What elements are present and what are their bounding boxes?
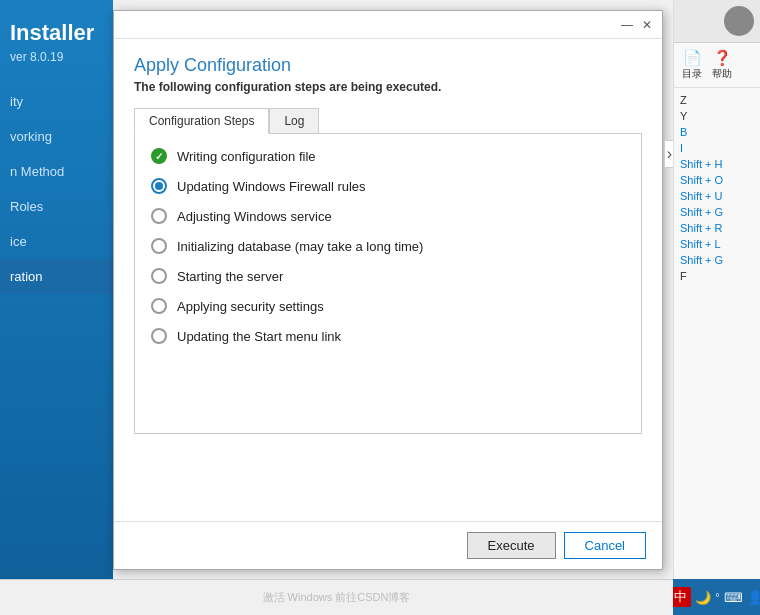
shortcut-shift-r[interactable]: Shift + R bbox=[680, 220, 754, 236]
minimize-button[interactable]: — bbox=[618, 16, 636, 34]
help-icon-button[interactable]: ❓ 帮助 bbox=[712, 49, 732, 81]
step-radio-pending bbox=[151, 328, 167, 344]
sidebar-item-ration[interactable]: ration bbox=[0, 259, 113, 294]
sidebar-item-ice[interactable]: ice bbox=[0, 224, 113, 259]
sidebar: Installer ver 8.0.19 ity vorking n Metho… bbox=[0, 0, 113, 615]
step-item: Updating Windows Firewall rules bbox=[151, 178, 625, 194]
sidebar-item-roles[interactable]: Roles bbox=[0, 189, 113, 224]
lang-indicator[interactable]: 中 bbox=[670, 587, 691, 607]
sidebar-item-vorking[interactable]: vorking bbox=[0, 119, 113, 154]
shortcut-shift-l[interactable]: Shift + L bbox=[680, 236, 754, 252]
shortcut-y: Y bbox=[680, 108, 754, 124]
apply-configuration-dialog: — ✕ Apply Configuration The following co… bbox=[113, 10, 663, 570]
right-panel: 📄 目录 ❓ 帮助 Z Y B I Shift + H Shift + O Sh… bbox=[673, 0, 760, 615]
sidebar-item-nmethod[interactable]: n Method bbox=[0, 154, 113, 189]
step-radio-in-progress bbox=[151, 178, 167, 194]
step-radio-pending bbox=[151, 268, 167, 284]
step-label: Updating Windows Firewall rules bbox=[177, 179, 366, 194]
steps-panel: Writing configuration file Updating Wind… bbox=[134, 134, 642, 434]
dialog-titlebar: — ✕ bbox=[114, 11, 662, 39]
moon-icon: 🌙 bbox=[695, 590, 711, 605]
user-icon: 👤 bbox=[747, 590, 760, 605]
shortcut-b[interactable]: B bbox=[680, 124, 754, 140]
shortcut-i[interactable]: I bbox=[680, 140, 754, 156]
degree-icon: ° bbox=[715, 591, 719, 603]
shortcut-shift-h[interactable]: Shift + H bbox=[680, 156, 754, 172]
step-radio-pending bbox=[151, 208, 167, 224]
shortcut-list: Z Y B I Shift + H Shift + O Shift + U Sh… bbox=[674, 88, 760, 288]
bottom-bar: 激活 Windows 前往CSDN博客 bbox=[0, 579, 673, 615]
step-label: Starting the server bbox=[177, 269, 283, 284]
step-item: Initializing database (may take a long t… bbox=[151, 238, 625, 254]
watermark-text: 激活 Windows 前往CSDN博客 bbox=[263, 590, 411, 605]
dialog-subtitle: The following configuration steps are be… bbox=[134, 80, 642, 94]
sidebar-title: Installer bbox=[0, 0, 113, 50]
shortcut-shift-g2[interactable]: Shift + G bbox=[680, 252, 754, 268]
shortcut-f: F bbox=[680, 268, 754, 284]
shortcut-shift-u[interactable]: Shift + U bbox=[680, 188, 754, 204]
step-item: Adjusting Windows service bbox=[151, 208, 625, 224]
doc-icon-button[interactable]: 📄 目录 bbox=[682, 49, 702, 81]
help-label: 帮助 bbox=[712, 67, 732, 81]
step-item: Starting the server bbox=[151, 268, 625, 284]
taskbar-right: 中 🌙 ° ⌨ 👤 bbox=[673, 579, 760, 615]
step-item: Writing configuration file bbox=[151, 148, 625, 164]
tab-configuration-steps[interactable]: Configuration Steps bbox=[134, 108, 269, 134]
step-radio-pending bbox=[151, 238, 167, 254]
tabs: Configuration Steps Log bbox=[134, 108, 642, 134]
cancel-button[interactable]: Cancel bbox=[564, 532, 646, 559]
sidebar-item-ity[interactable]: ity bbox=[0, 84, 113, 119]
step-radio-pending bbox=[151, 298, 167, 314]
shortcut-shift-g[interactable]: Shift + G bbox=[680, 204, 754, 220]
shortcut-z: Z bbox=[680, 92, 754, 108]
dialog-title: Apply Configuration bbox=[134, 55, 642, 76]
tab-log[interactable]: Log bbox=[269, 108, 319, 133]
close-button[interactable]: ✕ bbox=[638, 16, 656, 34]
dialog-content: Apply Configuration The following config… bbox=[114, 39, 662, 444]
step-label: Applying security settings bbox=[177, 299, 324, 314]
sidebar-version: ver 8.0.19 bbox=[0, 50, 113, 84]
execute-button[interactable]: Execute bbox=[467, 532, 556, 559]
dialog-footer: Execute Cancel bbox=[114, 521, 662, 569]
step-radio-completed bbox=[151, 148, 167, 164]
keyboard-icon: ⌨ bbox=[724, 590, 743, 605]
help-icon: ❓ bbox=[713, 49, 732, 67]
step-label: Initializing database (may take a long t… bbox=[177, 239, 423, 254]
step-label: Updating the Start menu link bbox=[177, 329, 341, 344]
step-label: Adjusting Windows service bbox=[177, 209, 332, 224]
avatar bbox=[724, 6, 754, 36]
step-label: Writing configuration file bbox=[177, 149, 316, 164]
shortcut-shift-o[interactable]: Shift + O bbox=[680, 172, 754, 188]
doc-label: 目录 bbox=[682, 67, 702, 81]
step-item: Updating the Start menu link bbox=[151, 328, 625, 344]
doc-icon: 📄 bbox=[683, 49, 702, 67]
step-item: Applying security settings bbox=[151, 298, 625, 314]
